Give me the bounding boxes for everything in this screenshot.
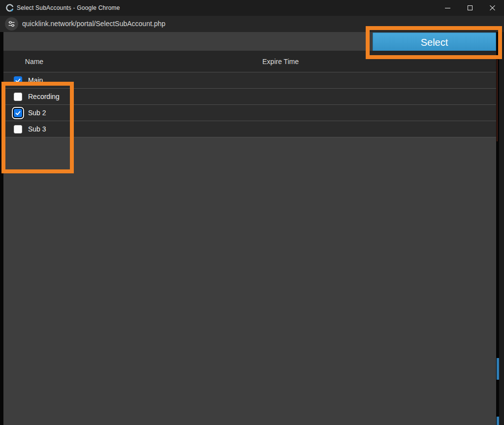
maximize-icon — [468, 5, 472, 10]
maximize-button[interactable] — [459, 0, 481, 16]
row-checkbox[interactable] — [14, 125, 22, 133]
row-checkbox[interactable] — [14, 76, 22, 85]
row-checkbox[interactable] — [14, 109, 22, 117]
window-title: Select SubAccounts - Google Chrome — [17, 4, 120, 11]
close-icon — [490, 5, 496, 11]
window-controls — [436, 0, 504, 16]
window-right-edge — [496, 32, 504, 425]
table-body: Main Recording Sub 2 — [3, 72, 496, 137]
name-cell: Recording — [3, 93, 65, 101]
checkmark-icon — [15, 110, 21, 116]
subaccounts-table: Name Expire Time Main Recording — [3, 51, 496, 137]
table-row: Recording — [3, 89, 496, 105]
window-left-edge — [0, 32, 3, 425]
site-info-button[interactable] — [5, 17, 18, 31]
row-name-label: Main — [28, 76, 43, 84]
row-checkbox[interactable] — [14, 93, 22, 101]
background-blue-fragment — [497, 417, 499, 425]
row-name-label: Sub 2 — [28, 109, 46, 117]
name-cell: Sub 3 — [3, 125, 65, 133]
minimize-button[interactable] — [436, 0, 459, 16]
column-header-name: Name — [3, 58, 65, 65]
name-cell: Main — [3, 76, 65, 85]
table-header-row: Name Expire Time — [3, 51, 496, 72]
titlebar: Select SubAccounts - Google Chrome — [0, 0, 504, 16]
row-name-label: Sub 3 — [28, 125, 46, 133]
tune-sliders-icon — [8, 20, 15, 28]
quicklink-favicon-icon — [5, 3, 14, 12]
table-row: Sub 2 — [3, 105, 496, 121]
minimize-icon — [445, 8, 450, 8]
column-header-expire-time: Expire Time — [65, 58, 496, 65]
chrome-popup-window: Select SubAccounts - Google Chrome quick… — [0, 0, 504, 425]
page-content: Select Name Expire Time Main — [0, 32, 504, 425]
background-scrollbar-thumb — [497, 358, 499, 380]
url-bar: quicklink.network/portal/SelectSubAccoun… — [0, 16, 504, 32]
name-cell: Sub 2 — [3, 109, 65, 117]
table-row: Main — [3, 72, 496, 89]
checkmark-icon — [15, 77, 21, 84]
background-artifact — [497, 60, 498, 141]
table-row: Sub 3 — [3, 121, 496, 137]
close-button[interactable] — [481, 0, 504, 16]
row-name-label: Recording — [28, 93, 60, 100]
background-app-edge — [496, 32, 499, 425]
url-text[interactable]: quicklink.network/portal/SelectSubAccoun… — [22, 20, 165, 28]
select-button[interactable]: Select — [373, 33, 496, 52]
